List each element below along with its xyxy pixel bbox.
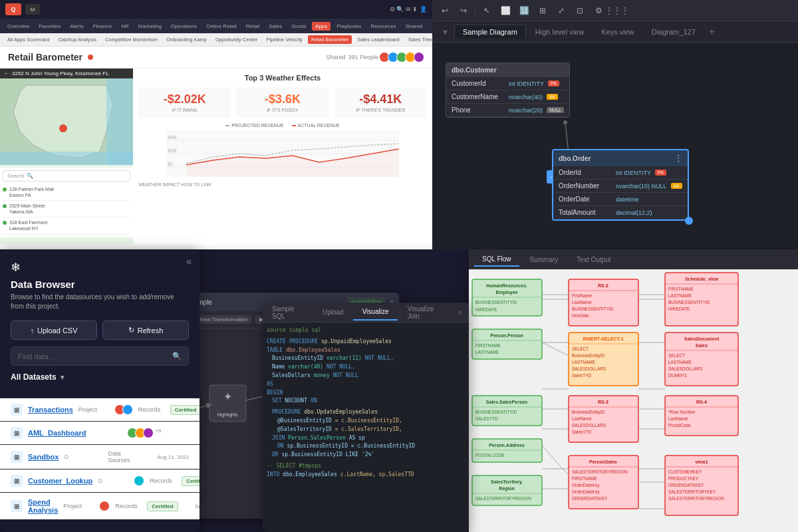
df-tab-sql-flow[interactable]: SQL Flow [474, 253, 519, 267]
weather-stat-rain: -$2.02K IF IT RAINS [138, 87, 231, 118]
grid-icon[interactable]: ⊞ [535, 3, 550, 18]
nav-social[interactable]: Social [288, 22, 309, 31]
datasets-label: All Datasets [11, 372, 57, 382]
svg-text:BUSINESSENTITYID: BUSINESSENTITYID [572, 307, 614, 311]
subnav-onboarding[interactable]: Onboarding Kamp [163, 35, 210, 44]
location-item-3[interactable]: 318 East Fairmont Lakewood NY [3, 217, 130, 234]
subnav-catchup[interactable]: Catchup Analysis [55, 35, 100, 44]
panel-collapse-icon[interactable]: « [186, 256, 192, 267]
nav-marketing[interactable]: Marketing [135, 22, 165, 31]
db-panel-toggle[interactable]: ▼ [438, 25, 453, 39]
cursor-icon[interactable]: ↖ [479, 3, 494, 18]
table-connector-handle[interactable]: → [547, 170, 553, 184]
nav-bar: Overview Favorites Alerts Finance HR Mar… [0, 19, 432, 33]
sandbox-category: ⊙ [64, 454, 97, 460]
table-icon[interactable]: 🔢 [517, 3, 531, 18]
aml-icon: ⊞ [11, 427, 23, 439]
aml-name[interactable]: AML_Dashboard [28, 429, 86, 437]
aa-3 [143, 428, 154, 438]
dataset-item-aml[interactable]: ⊞ AML_Dashboard +8 June 13, 2022 [0, 421, 200, 444]
db-tab-sample-diagram[interactable]: Sample Diagram [454, 25, 526, 39]
find-data-search[interactable]: Find data... 🔍 [11, 346, 189, 366]
location-item-1[interactable]: 128 Palmer Park Mall Easton PA [3, 184, 130, 201]
nav-alerts[interactable]: Alerts [66, 22, 86, 31]
subnav-scorecard[interactable]: All Apps Scorecard [4, 35, 53, 44]
dataset-item-customer-lookup[interactable]: ⊞ Customer_Lookup ⊙ Records Certified Au… [0, 469, 200, 492]
toolbar-sep-1 [475, 5, 475, 17]
flow-new-transform-btn[interactable]: + New Transformation [192, 315, 251, 324]
transactions-name[interactable]: Transactions [28, 406, 73, 414]
sandbox-icon: ⊞ [11, 451, 23, 463]
subnav-pipeline[interactable]: Pipeline Velocity [263, 35, 306, 44]
subnav-sales-trend[interactable]: Sales Trend [405, 35, 432, 44]
nav-online-retail[interactable]: Online Retail [203, 22, 240, 31]
columns-icon[interactable]: ⋮⋮⋮ [610, 3, 624, 18]
sa-1 [99, 501, 110, 511]
location-list: Search 🔍 128 Palmer Park Mall Easton PA [0, 168, 133, 237]
nav-retail[interactable]: Retail [243, 22, 263, 31]
nav-overview[interactable]: Overview [4, 22, 33, 31]
back-icon[interactable]: ← [4, 70, 9, 76]
nav-shared[interactable]: Shared [402, 22, 426, 31]
expand-icon[interactable]: ⤢ [554, 3, 569, 18]
map-svg [0, 78, 133, 165]
weather-stats: -$2.02K IF IT RAINS -$3.6K IF IT'S FOGGY… [138, 87, 427, 118]
sql-field-dollars: SalesDollars [272, 372, 311, 378]
sql-tab-sample[interactable]: Sample SQL [263, 303, 313, 324]
nav-favorites[interactable]: Favorites [35, 22, 64, 31]
chart-legend: PROJECTED REVENUE ACTUAL REVENUE [138, 123, 427, 128]
db-add-tab[interactable]: + [705, 26, 719, 38]
nav-apps[interactable]: Apps [312, 22, 331, 31]
spend-analysis-badge: Certified [147, 501, 178, 511]
subnav-opportunity[interactable]: Opportunity Center [212, 35, 261, 44]
db-tab-diagram-127[interactable]: Diagram_127 [644, 25, 704, 39]
nav-operations[interactable]: Operations [168, 22, 200, 31]
location-search[interactable]: Search 🔍 [3, 170, 130, 182]
sandbox-name[interactable]: Sandbox [28, 453, 59, 461]
redo-icon[interactable]: ↪ [456, 3, 471, 18]
dataset-item-spend-analysis[interactable]: ⊞ Spend Analysis Project Records Certifi… [0, 492, 200, 519]
df-tab-summary[interactable]: Summary [522, 253, 567, 266]
svg-text:BUSINESSENTITYID: BUSINESSENTITYID [475, 410, 517, 414]
subnav-sales-leaderboard[interactable]: Sales Leaderboard [354, 35, 402, 44]
refresh-button[interactable]: ↻ Refresh [102, 321, 189, 340]
svg-text:*Row Number: *Row Number [668, 410, 696, 414]
order-menu-icon[interactable]: ⋮ [674, 154, 682, 163]
transactions-avatars [117, 404, 133, 415]
sql-tab-upload[interactable]: Upload [313, 305, 353, 320]
nav-sales[interactable]: Sales [265, 22, 285, 31]
nav-hr[interactable]: HR [118, 22, 132, 31]
table-resize-handle[interactable] [685, 217, 693, 225]
subnav-retail-barometer[interactable]: Retail Barometer [308, 35, 352, 44]
sql-tab-visualize[interactable]: Visualize [353, 304, 398, 321]
nav-playbooks[interactable]: Playbooks [333, 22, 364, 31]
app-icon-m: M [25, 4, 40, 15]
find-data-placeholder: Find data... [18, 352, 55, 360]
svg-text:$4M: $4M [168, 135, 177, 140]
customer-lookup-name[interactable]: Customer_Lookup [28, 477, 92, 485]
select-box-icon[interactable]: ⬜ [498, 3, 513, 18]
dataset-item-transactions[interactable]: ⊞ Transactions Project Records Certified… [0, 398, 200, 421]
db-tab-high-level[interactable]: High level view [527, 25, 592, 39]
df-tab-text-output[interactable]: Text Output [569, 253, 618, 266]
upload-csv-button[interactable]: ↑ Upload CSV [11, 321, 97, 340]
settings-icon[interactable]: ⚙ [591, 3, 606, 18]
svg-text:RS-4: RS-4 [696, 400, 707, 404]
svg-text:SalesTYD: SalesTYD [572, 373, 592, 378]
sql-tab-visualize-join[interactable]: Visualize Join [398, 303, 451, 324]
aml-modified: June 13, 2022 [199, 430, 200, 436]
aml-avatars: +8 [130, 428, 161, 438]
location-item-2[interactable]: 2529 Main Street Yakima WA [3, 201, 130, 217]
subnav-competitive[interactable]: Competitive Momentum [102, 35, 161, 44]
dataset-item-sandbox[interactable]: ⊞ Sandbox ⊙ Data Sources Aug 11, 2022 [0, 444, 200, 469]
nav-finance[interactable]: Finance [90, 22, 115, 31]
sql-close-icon[interactable]: × [451, 304, 469, 321]
location-dot-2 [3, 204, 7, 208]
datasets-chevron-icon[interactable]: ▼ [59, 374, 66, 381]
spend-analysis-name[interactable]: Spend Analysis [28, 498, 58, 514]
legend-label-actual: ACTUAL REVENUE [298, 123, 340, 128]
undo-icon[interactable]: ↩ [438, 3, 452, 18]
db-tab-keys[interactable]: Keys view [593, 25, 642, 39]
nav-resources[interactable]: Resources [367, 22, 399, 31]
join-icon[interactable]: ⊡ [573, 3, 587, 18]
